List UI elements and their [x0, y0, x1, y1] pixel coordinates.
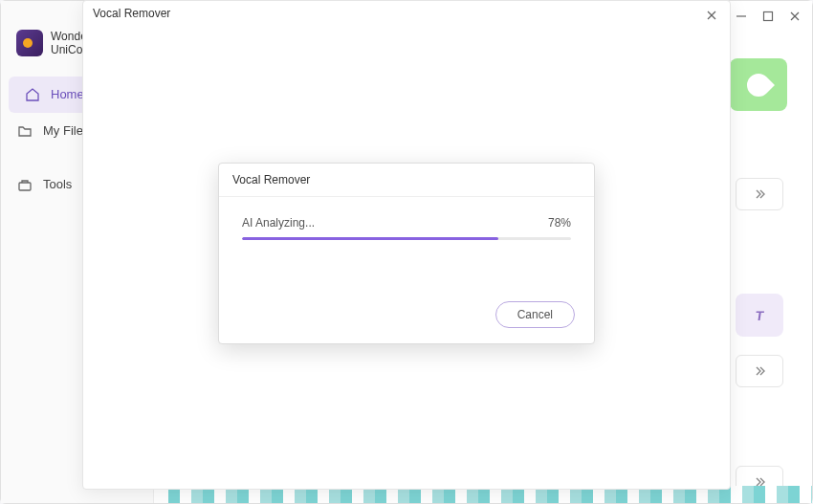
progress-row: AI Analyzing... 78% — [242, 216, 571, 230]
app-logo-icon — [16, 30, 43, 56]
toolbox-icon — [16, 176, 33, 193]
progress-bar-fill — [242, 237, 498, 240]
chevron-tile-2[interactable] — [736, 355, 783, 387]
feature-tile-green[interactable] — [730, 58, 787, 111]
window-controls — [734, 9, 802, 24]
maximize-button[interactable] — [760, 9, 776, 24]
progress-title: Vocal Remover — [219, 164, 594, 197]
close-window-button[interactable] — [787, 9, 802, 24]
progress-bar — [242, 237, 571, 240]
close-icon[interactable] — [703, 7, 720, 24]
home-icon — [24, 86, 41, 103]
chevron-tile-1[interactable] — [736, 178, 783, 210]
sidebar-item-label: Tools — [43, 177, 72, 191]
sidebar-item-label: My File — [43, 123, 83, 138]
folder-icon — [16, 122, 33, 140]
svg-rect-4 — [19, 183, 31, 190]
sidebar-item-label: Home — [51, 87, 84, 101]
feature-tile-purple[interactable] — [736, 294, 783, 337]
progress-dialog: Vocal Remover AI Analyzing... 78% Cancel — [218, 163, 595, 344]
progress-status: AI Analyzing... — [242, 216, 315, 230]
svg-rect-1 — [764, 12, 773, 21]
cancel-button[interactable]: Cancel — [495, 301, 575, 328]
minimize-button[interactable] — [734, 9, 749, 24]
progress-footer: Cancel — [219, 301, 594, 343]
progress-percent: 78% — [548, 216, 571, 230]
progress-body: AI Analyzing... 78% — [219, 197, 594, 301]
modal-title: Vocal Remover — [83, 1, 730, 26]
